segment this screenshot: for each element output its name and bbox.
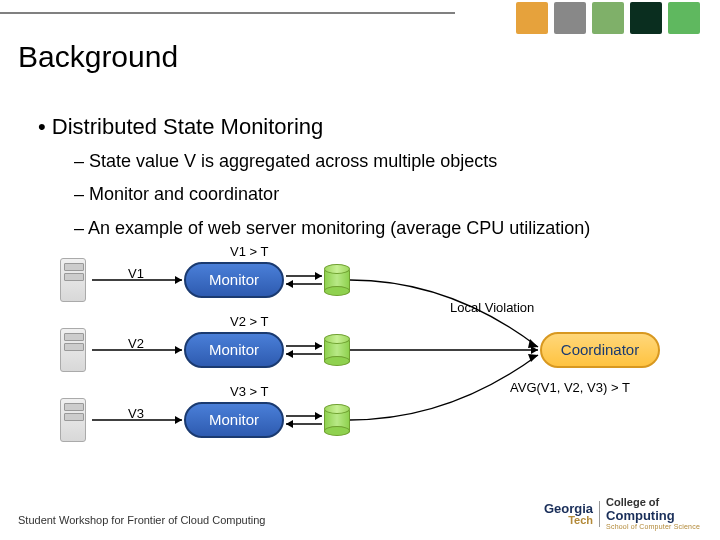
svg-marker-15 [315,412,322,420]
condition-label: V2 > T [230,314,268,329]
slide-header: Background [0,0,720,78]
slide-title: Background [18,40,178,74]
architecture-diagram: V1 V2 V3 V1 > T V2 > T V3 > T Monitor Mo… [50,252,670,462]
svg-marker-11 [315,342,322,350]
decorative-square [668,2,700,34]
sub-bullet: State value V is aggregated across multi… [74,150,690,173]
sub-bullet: Monitor and coordinator [74,183,690,206]
svg-marker-5 [175,416,182,424]
avg-condition-label: AVG(V1, V2, V3) > T [510,380,630,395]
database-icon [324,404,350,436]
slide-footer: Student Workshop for Frontier of Cloud C… [18,514,265,526]
condition-label: V3 > T [230,384,268,399]
header-divider-line [0,12,455,14]
header-graphic-squares [516,2,700,34]
logo-right: College of Computing School of Computer … [606,497,700,530]
svg-marker-7 [315,272,322,280]
bullet-text: Distributed State Monitoring [52,114,323,139]
value-label: V1 [128,266,144,281]
logo-georgia: Georgia [544,502,593,515]
database-icon [324,334,350,366]
logo-computing: Computing [606,509,700,523]
decorative-square [592,2,624,34]
bullet-level1: • Distributed State Monitoring [38,114,690,140]
monitor-node: Monitor [184,262,284,298]
svg-marker-1 [175,276,182,284]
slide-content: • Distributed State Monitoring State val… [0,114,720,462]
gatech-logo: Georgia Tech College of Computing School… [544,497,700,530]
decorative-square [630,2,662,34]
decorative-square [554,2,586,34]
server-icon [56,395,90,445]
server-icon [56,255,90,305]
monitor-node: Monitor [184,402,284,438]
local-violation-label: Local Violation [450,300,534,315]
monitor-node: Monitor [184,332,284,368]
database-icon [324,264,350,296]
svg-marker-9 [286,280,293,288]
decorative-square [516,2,548,34]
logo-divider [599,501,600,527]
logo-school: School of Computer Science [606,523,700,530]
condition-label: V1 > T [230,244,268,259]
svg-marker-17 [286,420,293,428]
logo-tech: Tech [568,515,593,526]
value-label: V3 [128,406,144,421]
svg-marker-3 [175,346,182,354]
sub-bullet: An example of web server monitoring (ave… [74,217,690,240]
value-label: V2 [128,336,144,351]
svg-marker-13 [286,350,293,358]
logo-left: Georgia Tech [544,502,593,526]
server-icon [56,325,90,375]
coordinator-node: Coordinator [540,332,660,368]
